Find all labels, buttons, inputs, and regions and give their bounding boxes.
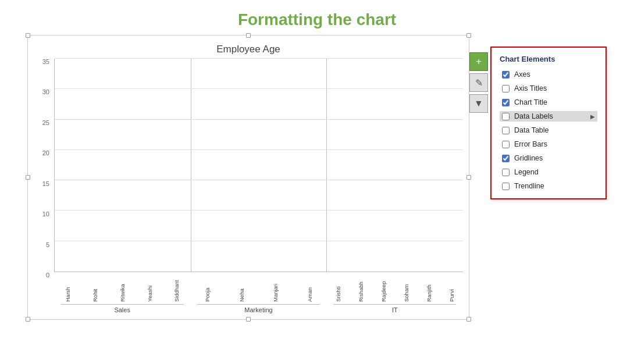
element-item-axes[interactable]: Axes bbox=[500, 69, 597, 80]
element-label-axis-titles: Axis Titles bbox=[514, 84, 595, 92]
bars-row bbox=[55, 59, 463, 272]
handle-ml[interactable] bbox=[26, 175, 30, 180]
element-label-chart-title: Chart Title bbox=[514, 98, 595, 106]
y-label-25: 25 bbox=[42, 120, 49, 126]
x-group-label-it: IT bbox=[333, 304, 456, 313]
x-name-pooja: Pooja bbox=[204, 274, 211, 302]
element-label-error-bars: Error Bars bbox=[514, 140, 595, 148]
element-checkbox-gridlines[interactable] bbox=[502, 155, 510, 162]
gridline-15 bbox=[55, 180, 463, 180]
handle-tm[interactable] bbox=[246, 33, 251, 38]
element-checkbox-data-labels[interactable] bbox=[502, 113, 510, 120]
x-name-ranjith: Ranjith bbox=[426, 274, 432, 302]
element-label-data-labels: Data Labels bbox=[514, 112, 586, 120]
element-arrow-data-labels: ▶ bbox=[590, 113, 595, 120]
y-label-30: 30 bbox=[42, 89, 49, 95]
elements-list: AxesAxis TitlesChart TitleData Labels▶Da… bbox=[500, 69, 597, 191]
group-divider-0 bbox=[191, 59, 191, 272]
gridline-25 bbox=[55, 119, 463, 120]
x-name-manjari: Manjari bbox=[272, 274, 279, 302]
gridline-10 bbox=[55, 210, 463, 210]
x-group-label-sales: Sales bbox=[61, 304, 184, 313]
handle-tr[interactable] bbox=[466, 33, 471, 38]
chart-styles-button[interactable]: ✎ bbox=[469, 73, 488, 92]
add-element-button[interactable]: + bbox=[469, 52, 488, 71]
x-name-rajdeep: Rajdeep bbox=[380, 274, 387, 302]
x-names-sales: HarshRohitRitwikaYeashiSiddhant bbox=[54, 274, 190, 302]
x-group-label-marketing: Marketing bbox=[197, 304, 320, 313]
x-names-marketing: PoojaNehaManjariAman bbox=[190, 274, 326, 302]
element-checkbox-axis-titles[interactable] bbox=[502, 85, 510, 92]
x-name-yeashi: Yeashi bbox=[147, 274, 153, 302]
y-label-0: 0 bbox=[46, 272, 49, 279]
x-group-marketing: PoojaNehaManjariAmanMarketing bbox=[190, 274, 326, 313]
x-name-siddhant: Siddhant bbox=[173, 274, 180, 302]
x-name-rishabh: Rishabh bbox=[358, 274, 364, 302]
x-name-ritwika: Ritwika bbox=[119, 274, 126, 302]
element-label-trendline: Trendline bbox=[514, 182, 595, 190]
handle-bm[interactable] bbox=[246, 317, 251, 322]
x-group-it: SrishtiRishabhRajdeepSohamRanjithPurviIT bbox=[327, 274, 463, 313]
y-label-35: 35 bbox=[42, 59, 49, 65]
gridline-20 bbox=[55, 149, 463, 150]
element-checkbox-error-bars[interactable] bbox=[502, 141, 510, 148]
x-name-harsh: Harsh bbox=[65, 274, 71, 302]
element-item-data-table[interactable]: Data Table bbox=[500, 125, 597, 135]
sidebar-buttons: + ✎ ▼ bbox=[469, 35, 488, 113]
x-name-neha: Neha bbox=[238, 274, 245, 302]
page-title: Formatting the chart bbox=[238, 10, 396, 29]
chart-filters-button[interactable]: ▼ bbox=[469, 94, 488, 113]
element-checkbox-trendline[interactable] bbox=[502, 183, 510, 190]
handle-bl[interactable] bbox=[26, 317, 30, 322]
x-group-sales: HarshRohitRitwikaYeashiSiddhantSales bbox=[54, 274, 190, 313]
bars-area bbox=[54, 59, 463, 272]
x-name-soham: Soham bbox=[403, 274, 409, 302]
y-label-5: 5 bbox=[46, 242, 49, 248]
x-name-purvi: Purvi bbox=[448, 274, 455, 302]
x-names-it: SrishtiRishabhRajdeepSohamRanjithPurvi bbox=[327, 274, 463, 302]
element-label-axes: Axes bbox=[514, 70, 595, 78]
element-item-trendline[interactable]: Trendline bbox=[500, 181, 597, 191]
element-item-error-bars[interactable]: Error Bars bbox=[500, 139, 597, 149]
chart-plot-area: HarshRohitRitwikaYeashiSiddhantSalesPooj… bbox=[54, 59, 463, 313]
handle-mr[interactable] bbox=[466, 175, 471, 180]
element-checkbox-chart-title[interactable] bbox=[502, 99, 510, 106]
gridline-35 bbox=[55, 58, 463, 59]
handle-tl[interactable] bbox=[26, 33, 30, 38]
y-axis: 35 30 25 20 15 10 5 0 bbox=[34, 59, 54, 313]
elements-panel: Chart Elements AxesAxis TitlesChart Titl… bbox=[490, 47, 607, 199]
chart-title: Employee Age bbox=[34, 44, 463, 55]
handle-br[interactable] bbox=[466, 317, 471, 322]
x-labels-area: HarshRohitRitwikaYeashiSiddhantSalesPooj… bbox=[54, 274, 463, 313]
element-item-axis-titles[interactable]: Axis Titles bbox=[500, 83, 597, 94]
element-label-gridlines: Gridlines bbox=[514, 154, 595, 162]
element-item-gridlines[interactable]: Gridlines bbox=[500, 153, 597, 163]
x-name-rohit: Rohit bbox=[92, 274, 98, 302]
y-label-10: 10 bbox=[42, 211, 49, 217]
element-item-data-labels[interactable]: Data Labels▶ bbox=[500, 111, 597, 122]
x-name-aman: Aman bbox=[307, 274, 313, 302]
element-checkbox-legend[interactable] bbox=[502, 169, 510, 176]
element-checkbox-data-table[interactable] bbox=[502, 127, 510, 134]
chart-body: 35 30 25 20 15 10 5 0 bbox=[34, 59, 463, 313]
chart-inner: Employee Age 35 30 25 20 15 10 5 0 bbox=[34, 41, 463, 313]
element-label-data-table: Data Table bbox=[514, 126, 595, 134]
element-item-legend[interactable]: Legend bbox=[500, 167, 597, 177]
elements-panel-title: Chart Elements bbox=[500, 55, 597, 63]
gridline-30 bbox=[55, 88, 463, 89]
group-divider-1 bbox=[326, 59, 327, 272]
y-label-20: 20 bbox=[42, 150, 49, 156]
y-label-15: 15 bbox=[42, 181, 49, 187]
element-item-chart-title[interactable]: Chart Title bbox=[500, 97, 597, 108]
element-checkbox-axes[interactable] bbox=[502, 71, 510, 78]
gridline-5 bbox=[55, 241, 463, 241]
main-area: Employee Age 35 30 25 20 15 10 5 0 bbox=[0, 35, 634, 320]
x-name-srishti: Srishti bbox=[335, 274, 341, 302]
element-label-legend: Legend bbox=[514, 168, 595, 176]
chart-container: Employee Age 35 30 25 20 15 10 5 0 bbox=[27, 35, 469, 320]
